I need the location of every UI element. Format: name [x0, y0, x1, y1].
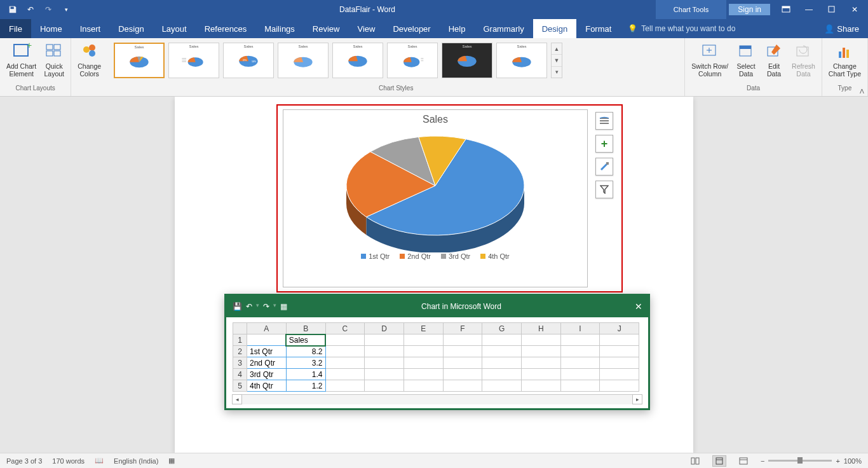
tab-mailings[interactable]: Mailings	[255, 19, 304, 38]
tab-grammarly[interactable]: Grammarly	[474, 19, 532, 38]
status-words[interactable]: 170 words	[52, 457, 85, 465]
svg-rect-3	[829, 6, 834, 12]
tab-help[interactable]: Help	[440, 19, 475, 38]
xl-redo-icon[interactable]: ↷	[263, 302, 269, 311]
status-language[interactable]: English (India)	[114, 457, 158, 465]
select-data-icon	[736, 41, 756, 61]
legend-item-1[interactable]: 1st Qtr	[361, 252, 390, 260]
zoom-out-button[interactable]: −	[761, 457, 764, 465]
legend-item-2[interactable]: 2nd Qtr	[400, 252, 431, 260]
chart-style-6[interactable]: Sales	[387, 43, 438, 78]
xl-undo-icon[interactable]: ↶	[246, 302, 252, 311]
tab-design[interactable]: Design	[109, 19, 153, 38]
gallery-expand[interactable]: ▾	[552, 67, 562, 78]
xl-save-icon[interactable]: 💾	[233, 302, 242, 311]
zoom-level[interactable]: 100%	[844, 457, 862, 465]
quick-layout-button[interactable]: Quick Layout	[41, 39, 67, 79]
gallery-scroll-up[interactable]: ▲	[552, 43, 562, 55]
layout-options-button[interactable]	[595, 112, 613, 130]
chart-style-3[interactable]: Sales58%22%	[223, 43, 274, 78]
gallery-scroll-down[interactable]: ▼	[552, 55, 562, 66]
add-chart-element-label: Add Chart Element	[6, 62, 36, 78]
chart-title[interactable]: Sales	[283, 114, 587, 125]
group-chart-styles: Sales Sales Sales58%22% Sales Sales Sale…	[107, 38, 685, 96]
edit-data-button[interactable]: Edit Data	[761, 39, 787, 79]
legend-swatch-2	[400, 254, 405, 259]
chart-style-5[interactable]: Sales	[332, 43, 383, 78]
add-chart-element-button[interactable]: + Add Chart Element	[4, 39, 39, 79]
xl-edit-in-excel-icon[interactable]: ▦	[280, 302, 287, 311]
tell-me-search[interactable]: 💡 Tell me what you want to do	[628, 19, 735, 38]
chart-data-close-button[interactable]: ✕	[629, 301, 648, 312]
chart-object[interactable]: Sales 1st Qtr 2nd Qtr 3rd Qtr 4th Qtr	[283, 109, 588, 287]
tab-layout[interactable]: Layout	[153, 19, 196, 38]
svg-rect-0	[11, 7, 14, 10]
undo-button[interactable]: ↶	[23, 2, 38, 17]
group-type-label: Type	[838, 84, 852, 92]
tab-chart-format[interactable]: Format	[576, 19, 620, 38]
hscroll-left[interactable]: ◂	[232, 394, 242, 404]
collapse-ribbon-button[interactable]: ᐱ	[860, 88, 864, 95]
share-button[interactable]: 👤 Share	[815, 19, 868, 38]
tab-file[interactable]: File	[0, 19, 31, 38]
svg-rect-35	[606, 162, 609, 165]
close-button[interactable]: ✕	[844, 2, 865, 17]
tab-review[interactable]: Review	[304, 19, 349, 38]
legend-item-4[interactable]: 4th Qtr	[480, 252, 510, 260]
chart-legend[interactable]: 1st Qtr 2nd Qtr 3rd Qtr 4th Qtr	[283, 252, 587, 260]
change-colors-button[interactable]: Change Colors	[75, 39, 104, 79]
document-area: Sales 1st Qtr 2nd Qtr 3rd Qtr 4th Qtr +	[0, 97, 868, 453]
tab-references[interactable]: References	[196, 19, 255, 38]
tab-insert[interactable]: Insert	[71, 19, 110, 38]
hscroll-right[interactable]: ▸	[632, 394, 642, 404]
sign-in-button[interactable]: Sign in	[729, 4, 770, 15]
chart-plot-area[interactable]	[283, 125, 587, 252]
chart-style-2[interactable]: Sales	[168, 43, 219, 78]
select-data-button[interactable]: Select Data	[733, 39, 759, 79]
switch-row-column-button[interactable]: Switch Row/ Column	[689, 39, 731, 79]
chart-side-buttons: +	[595, 112, 614, 198]
spellcheck-icon[interactable]: 📖	[95, 457, 104, 465]
web-layout-view-button[interactable]	[736, 455, 750, 467]
qat-customize-button[interactable]: ▾	[58, 2, 74, 17]
tab-view[interactable]: View	[348, 19, 384, 38]
add-chart-element-icon: +	[11, 41, 32, 61]
chart-style-8[interactable]: Sales	[496, 43, 547, 78]
refresh-data-label: Refresh Data	[792, 62, 815, 78]
ribbon: + Add Chart Element Quick Layout Chart L…	[0, 38, 868, 97]
document-page[interactable]: Sales 1st Qtr 2nd Qtr 3rd Qtr 4th Qtr +	[175, 97, 693, 453]
chart-elements-button[interactable]: +	[595, 135, 613, 153]
zoom-slider[interactable]	[768, 460, 832, 462]
zoom-in-button[interactable]: +	[836, 457, 839, 465]
svg-rect-33	[843, 48, 845, 58]
tab-home[interactable]: Home	[31, 19, 71, 38]
chart-styles-button[interactable]	[595, 158, 613, 176]
status-page[interactable]: Page 3 of 3	[6, 457, 42, 465]
svg-rect-16	[182, 60, 186, 62]
svg-text:22%: 22%	[243, 59, 247, 62]
ribbon-display-options-button[interactable]	[775, 2, 797, 17]
change-chart-type-button[interactable]: Change Chart Type	[826, 39, 864, 79]
redo-button[interactable]: ↷	[41, 2, 56, 17]
chart-filters-button[interactable]	[595, 181, 613, 198]
legend-label-1: 1st Qtr	[369, 252, 390, 260]
chart-data-hscroll[interactable]: ◂ ▸	[233, 394, 642, 404]
macro-icon[interactable]: ▦	[168, 457, 175, 465]
group-data: Switch Row/ Column Select Data Edit Data…	[685, 38, 822, 96]
chart-style-7[interactable]: Sales	[442, 43, 492, 78]
legend-item-3[interactable]: 3rd Qtr	[441, 252, 470, 260]
print-layout-view-button[interactable]	[712, 455, 726, 467]
chart-style-4[interactable]: Sales	[278, 43, 329, 78]
tab-chart-design[interactable]: Design	[533, 19, 576, 38]
minimize-button[interactable]: —	[798, 2, 820, 17]
chart-data-grid[interactable]: ABCDEFGHIJ1Sales21st Qtr8.232nd Qtr3.243…	[226, 317, 648, 394]
read-mode-view-button[interactable]	[688, 455, 702, 467]
edit-data-label: Edit Data	[767, 62, 781, 78]
tab-developer[interactable]: Developer	[384, 19, 439, 38]
change-colors-label: Change Colors	[78, 62, 101, 78]
select-data-label: Select Data	[736, 62, 755, 78]
svg-rect-9	[54, 51, 60, 56]
save-button[interactable]	[5, 2, 20, 17]
chart-style-1[interactable]: Sales	[114, 43, 165, 78]
maximize-button[interactable]	[821, 2, 843, 17]
